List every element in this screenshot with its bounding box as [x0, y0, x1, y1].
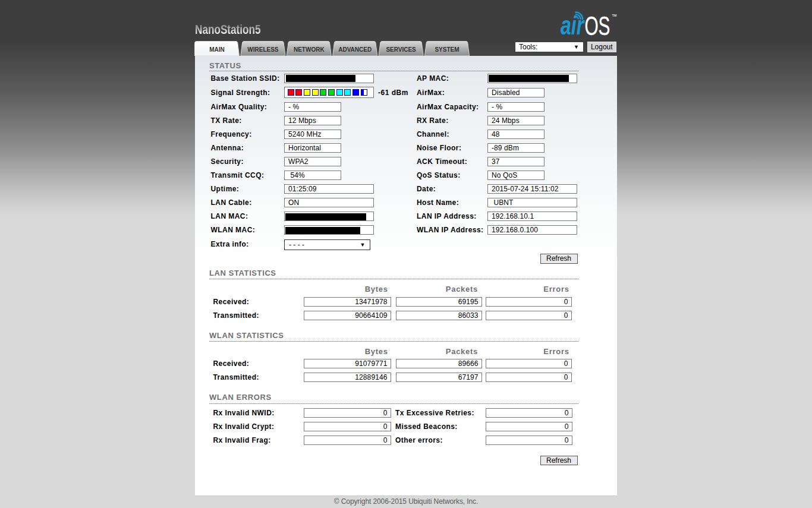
svg-text:NETWORK: NETWORK [294, 46, 325, 53]
svg-text:OS: OS [585, 10, 610, 38]
svg-text:air: air [561, 11, 585, 38]
svg-text:WIRELESS: WIRELESS [247, 46, 279, 53]
svg-text:SYSTEM: SYSTEM [435, 46, 459, 53]
svg-text:ADVANCED: ADVANCED [338, 46, 372, 53]
svg-text:SERVICES: SERVICES [386, 46, 416, 53]
svg-text:MAIN: MAIN [209, 46, 225, 53]
svg-text:TM: TM [612, 14, 617, 17]
